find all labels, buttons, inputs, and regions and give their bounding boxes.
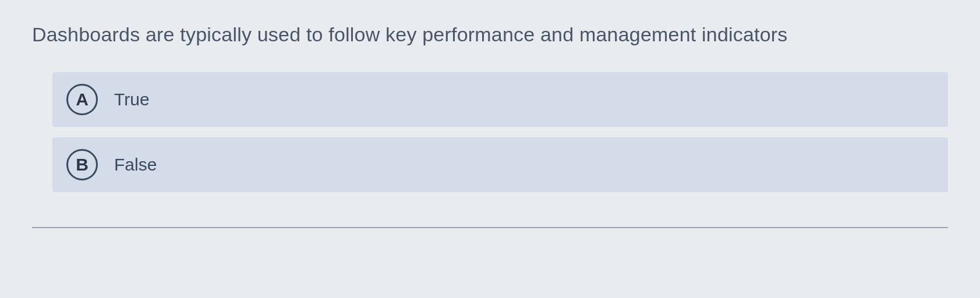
option-b-letter: B: [66, 149, 98, 180]
option-b-label: False: [114, 155, 157, 175]
option-a[interactable]: A True: [52, 72, 948, 127]
options-list: A True B False: [32, 72, 948, 192]
option-a-letter: A: [66, 84, 98, 115]
option-b[interactable]: B False: [52, 137, 948, 192]
question-container: Dashboards are typically used to follow …: [0, 0, 980, 240]
option-a-label: True: [114, 90, 150, 109]
question-text: Dashboards are typically used to follow …: [32, 23, 948, 46]
divider: [32, 227, 948, 228]
